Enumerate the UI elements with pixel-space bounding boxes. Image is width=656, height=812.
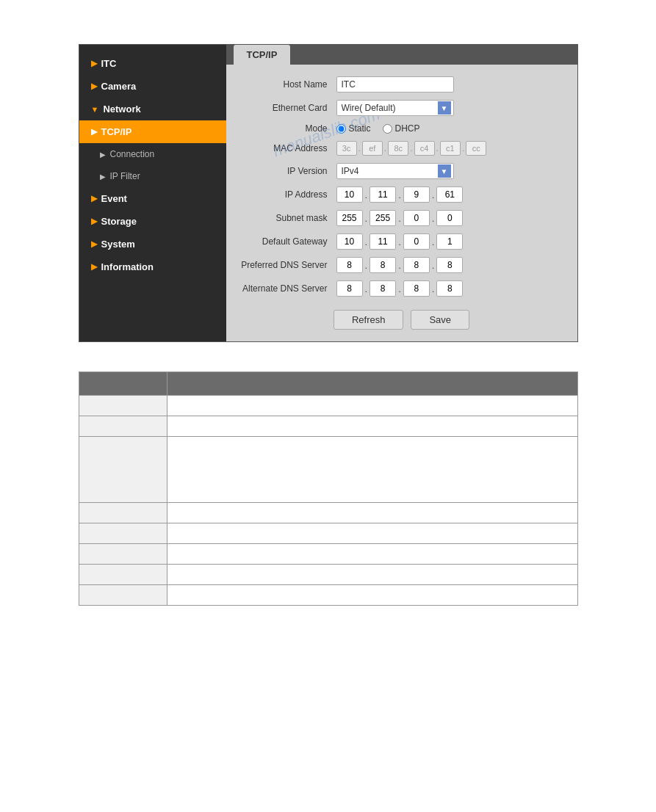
sidebar-item-camera[interactable]: ▶ Camera — [79, 75, 226, 98]
tab-bar: TCP/IP — [226, 45, 577, 65]
table-cell-value — [167, 396, 577, 416]
default-gateway-label: Default Gateway — [241, 236, 336, 247]
mode-label: Mode — [241, 123, 336, 134]
ip-octet-1[interactable] — [336, 186, 363, 203]
sidebar-label-camera: Camera — [101, 81, 137, 92]
table-header-col2 — [167, 372, 577, 396]
subnet-mask-row: Subnet mask . . . — [241, 210, 563, 226]
adns-octet-2[interactable] — [370, 280, 396, 297]
gw-octet-4[interactable] — [436, 233, 463, 250]
ip-address-field: . . . — [336, 186, 464, 203]
sidebar-item-information[interactable]: ▶ Information — [79, 255, 226, 278]
preferred-dns-label: Preferred DNS Server — [241, 260, 336, 270]
mac-octet-4 — [414, 141, 435, 156]
arrow-icon: ▶ — [91, 127, 97, 137]
pdns-octet-1[interactable] — [336, 257, 363, 273]
host-name-input[interactable] — [336, 76, 454, 93]
ip-dot: . — [364, 260, 369, 271]
subnet-octet-1[interactable] — [336, 210, 363, 226]
mode-static-label: Static — [336, 123, 371, 134]
table-cell-value — [167, 585, 577, 606]
ip-dot: . — [397, 260, 402, 271]
table-header-row — [79, 372, 577, 396]
table-row — [79, 523, 577, 544]
pdns-octet-2[interactable] — [370, 257, 396, 273]
ip-octet-4[interactable] — [436, 186, 463, 203]
ip-dot: . — [397, 283, 402, 294]
pdns-octet-3[interactable] — [403, 257, 430, 273]
default-gateway-field: . . . — [336, 233, 464, 250]
alternate-dns-label: Alternate DNS Server — [241, 283, 336, 294]
alternate-dns-field: . . . — [336, 280, 464, 297]
ip-version-label: IP Version — [241, 166, 336, 176]
ip-dot: . — [364, 189, 369, 200]
sidebar-item-itc[interactable]: ▶ ITC — [79, 52, 226, 75]
sidebar-label-ipfilter: IP Filter — [110, 171, 140, 181]
tab-tcpip[interactable]: TCP/IP — [234, 45, 291, 65]
mode-dhcp-radio[interactable] — [383, 124, 392, 134]
default-gateway-row: Default Gateway . . . — [241, 233, 563, 250]
sidebar-item-event[interactable]: ▶ Event — [79, 187, 226, 210]
gw-octet-1[interactable] — [336, 233, 363, 250]
sidebar-label-system: System — [101, 239, 135, 250]
ip-dot: . — [397, 236, 402, 247]
save-button[interactable]: Save — [411, 310, 469, 330]
sidebar-item-connection[interactable]: ▶ Connection — [79, 143, 226, 165]
ip-version-select[interactable]: IPv4 — [336, 163, 454, 179]
gw-octet-3[interactable] — [403, 233, 430, 250]
gw-octet-2[interactable] — [370, 233, 396, 250]
table-cell-label — [79, 544, 167, 565]
mac-octet-3 — [388, 141, 408, 156]
table-cell-label — [79, 416, 167, 437]
mac-octet-5 — [440, 141, 461, 156]
sidebar-item-network[interactable]: ▼ Network — [79, 98, 226, 120]
table-cell-label — [79, 585, 167, 606]
sidebar-item-ipfilter[interactable]: ▶ IP Filter — [79, 165, 226, 187]
sidebar-item-storage[interactable]: ▶ Storage — [79, 210, 226, 233]
refresh-button[interactable]: Refresh — [334, 310, 404, 330]
subnet-octet-4[interactable] — [436, 210, 463, 226]
subnet-octet-2[interactable] — [370, 210, 396, 226]
sidebar-label-storage: Storage — [101, 216, 137, 227]
ethernet-card-select[interactable]: Wire( Default) — [336, 100, 454, 116]
ethernet-card-row: Ethernet Card Wire( Default) ▼ — [241, 100, 563, 116]
ethernet-card-select-wrap: Wire( Default) ▼ — [336, 100, 454, 116]
sidebar-label-event: Event — [101, 193, 127, 204]
mode-static-radio[interactable] — [336, 124, 346, 134]
arrow-icon: ▶ — [91, 81, 97, 91]
table-row — [79, 565, 577, 585]
main-content: TCP/IP manualslib.com Host Name Ethernet… — [226, 45, 577, 341]
sidebar: ▶ ITC ▶ Camera ▼ Network ▶ TCP/IP ▶ Conn… — [79, 45, 226, 341]
table-row — [79, 396, 577, 416]
mode-static-text: Static — [349, 123, 371, 134]
subnet-octet-3[interactable] — [403, 210, 430, 226]
ip-dot: . — [431, 236, 436, 247]
adns-octet-1[interactable] — [336, 280, 363, 297]
ip-address-row: IP Address . . . — [241, 186, 563, 203]
form-area: manualslib.com Host Name Ethernet Card W… — [226, 65, 577, 341]
ip-octet-3[interactable] — [403, 186, 430, 203]
pdns-octet-4[interactable] — [436, 257, 463, 273]
arrow-icon: ▶ — [100, 151, 106, 159]
mac-dot: . — [462, 143, 464, 153]
table-row — [79, 503, 577, 523]
button-row: Refresh Save — [241, 310, 563, 330]
bottom-table — [79, 371, 578, 606]
table-cell-value — [167, 437, 577, 503]
sidebar-item-tcpip[interactable]: ▶ TCP/IP — [79, 120, 226, 143]
table-cell-value — [167, 523, 577, 544]
mac-dot: . — [358, 143, 361, 153]
mode-dhcp-text: DHCP — [395, 123, 420, 134]
adns-octet-3[interactable] — [403, 280, 430, 297]
ip-dot: . — [431, 189, 436, 200]
subnet-mask-field: . . . — [336, 210, 464, 226]
alternate-dns-row: Alternate DNS Server . . . — [241, 280, 563, 297]
ip-octet-2[interactable] — [370, 186, 396, 203]
table-cell-label — [79, 565, 167, 585]
ip-version-row: IP Version IPv4 ▼ — [241, 163, 563, 179]
sidebar-item-system[interactable]: ▶ System — [79, 233, 226, 255]
adns-octet-4[interactable] — [436, 280, 463, 297]
ip-version-select-wrap: IPv4 ▼ — [336, 163, 454, 179]
ip-dot: . — [364, 283, 369, 294]
table-cell-label — [79, 396, 167, 416]
